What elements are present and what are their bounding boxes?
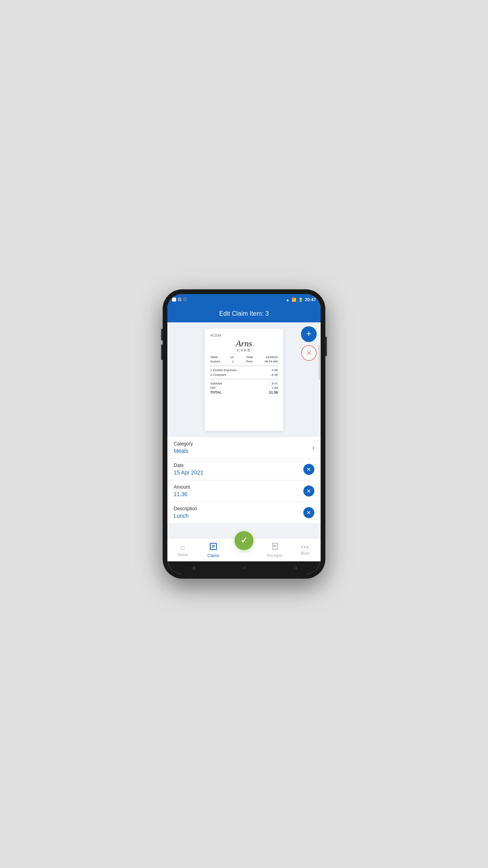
date-clear-button[interactable]: ✕ [303, 464, 314, 475]
receipt-area: + ✕ AC234 Arns CAFE Table 14 Date 14/09/… [167, 322, 321, 437]
receipt-item-2: 2 Croissant 6.48 [210, 373, 278, 377]
guests-value: 1 [232, 360, 234, 363]
table-label: Table [210, 355, 218, 359]
nav-home[interactable]: ⌂ Home [167, 543, 198, 557]
vat-row: VAT 1.89 [210, 386, 278, 390]
status-square-icon [172, 298, 176, 302]
date-content: Date 15 Apr 2021 [174, 463, 303, 476]
receipt-meta-row1: Table 14 Date 14/09/20 [210, 355, 278, 359]
wifi-icon: ▲ [286, 298, 290, 302]
home-label: Home [178, 553, 188, 557]
recents-button[interactable]: □ [294, 565, 297, 570]
phone-screen: ⓘ ▲ 📶 🔋 20:47 Edit Claim Item: 3 + ✕ [167, 294, 321, 574]
description-value: Lunch [174, 513, 189, 519]
back-button[interactable]: ◁ [191, 565, 195, 570]
date-clear-icon: ✕ [306, 467, 311, 472]
receipt-id: AC234 [210, 333, 278, 337]
guests-label: Guests [210, 360, 220, 363]
phone-shell: ⓘ ▲ 📶 🔋 20:47 Edit Claim Item: 3 + ✕ [163, 289, 325, 579]
time-value: 08:54 AM [264, 360, 278, 363]
add-button[interactable]: + [301, 326, 317, 342]
more-icon: ••• [301, 544, 310, 550]
vat-value: 1.89 [272, 386, 278, 390]
receipts-icon [270, 542, 279, 553]
item2-desc: 2 Croissant [210, 373, 226, 377]
category-content: Category Meals [174, 441, 312, 454]
total-row: TOTAL 11.36 [210, 390, 278, 394]
status-circle-icon [178, 298, 182, 302]
close-button[interactable]: ✕ [301, 345, 317, 361]
main-content: + ✕ AC234 Arns CAFE Table 14 Date 14/09/… [167, 322, 321, 538]
item1-desc: 1 Double Espresso [210, 368, 237, 372]
receipt-totals: Subtotal 9.47 VAT 1.89 TOTAL 11.36 [210, 382, 278, 394]
scrollbar[interactable] [319, 345, 320, 380]
nav-receipts[interactable]: Receipts [259, 542, 290, 558]
receipt-meta-row2: Guests 1 Time 08:54 AM [210, 360, 278, 363]
receipt-divider-bottom [210, 379, 278, 379]
bottom-nav: ⌂ Home Claims [167, 538, 321, 561]
time-label: Time [246, 360, 252, 363]
total-label: TOTAL [210, 390, 222, 394]
claims-label: Claims [207, 554, 220, 558]
form-section: Category Meals › Date 15 Apr 2021 ✕ [167, 437, 321, 524]
confirm-fab-button[interactable]: ✓ [235, 531, 253, 550]
home-button[interactable]: ○ [243, 565, 246, 570]
page-title: Edit Claim Item: 3 [219, 310, 269, 317]
amount-field[interactable]: Amount 11.36 ✕ [167, 480, 321, 502]
status-left: ⓘ [172, 297, 187, 302]
date-value: 15 Apr 2021 [174, 469, 204, 476]
receipt-paper: AC234 Arns CAFE Table 14 Date 14/09/20 G… [205, 329, 283, 431]
item1-price: 2.99 [272, 368, 278, 372]
item2-price: 6.48 [272, 373, 278, 377]
category-label: Category [174, 441, 312, 447]
status-time: 20:47 [305, 297, 316, 302]
date-label: Date [174, 463, 303, 468]
claims-icon [209, 542, 218, 553]
volume-up-button[interactable] [161, 329, 163, 340]
status-right: ▲ 📶 🔋 20:47 [286, 297, 316, 302]
subtotal-row: Subtotal 9.47 [210, 382, 278, 385]
receipts-label: Receipts [267, 554, 283, 558]
amount-content: Amount 11.36 [174, 484, 303, 498]
amount-label: Amount [174, 484, 303, 490]
vat-label: VAT [210, 386, 216, 390]
total-value: 11.36 [269, 390, 278, 394]
date-label: Date [246, 355, 253, 359]
status-info-icon: ⓘ [183, 297, 187, 302]
receipt-divider-top [210, 366, 278, 366]
home-icon: ⌂ [180, 543, 185, 552]
confirm-checkmark-icon: ✓ [240, 535, 248, 546]
amount-value: 11.36 [174, 491, 187, 497]
description-content: Description Lunch [174, 506, 303, 519]
more-label: More [301, 551, 310, 555]
description-clear-icon: ✕ [306, 510, 311, 515]
subtotal-label: Subtotal [210, 382, 222, 385]
category-value: Meals [174, 448, 188, 454]
date-value: 14/09/20 [266, 355, 278, 359]
nav-more[interactable]: ••• More [290, 544, 321, 555]
date-field[interactable]: Date 15 Apr 2021 ✕ [167, 459, 321, 480]
app-header: Edit Claim Item: 3 [167, 305, 321, 322]
android-nav: ◁ ○ □ [167, 561, 321, 574]
amount-clear-button[interactable]: ✕ [303, 485, 314, 497]
description-clear-button[interactable]: ✕ [303, 507, 314, 518]
power-button[interactable] [325, 337, 327, 356]
plus-icon: + [306, 329, 312, 338]
description-field[interactable]: Description Lunch ✕ [167, 502, 321, 524]
nav-claims[interactable]: Claims [198, 542, 229, 558]
amount-clear-icon: ✕ [306, 488, 311, 494]
table-value: 14 [230, 355, 234, 359]
signal-icon: 📶 [292, 298, 296, 302]
category-chevron-icon: › [312, 444, 314, 451]
cafe-sub: CAFE [210, 348, 278, 352]
status-bar: ⓘ ▲ 📶 🔋 20:47 [167, 294, 321, 305]
description-label: Description [174, 506, 303, 511]
receipt-item-1: 1 Double Espresso 2.99 [210, 368, 278, 372]
battery-icon: 🔋 [298, 298, 303, 302]
volume-down-button[interactable] [161, 344, 163, 360]
subtotal-value: 9.47 [272, 382, 278, 385]
cafe-name: Arns [210, 339, 278, 348]
close-icon: ✕ [306, 349, 312, 357]
category-field[interactable]: Category Meals › [167, 437, 321, 459]
